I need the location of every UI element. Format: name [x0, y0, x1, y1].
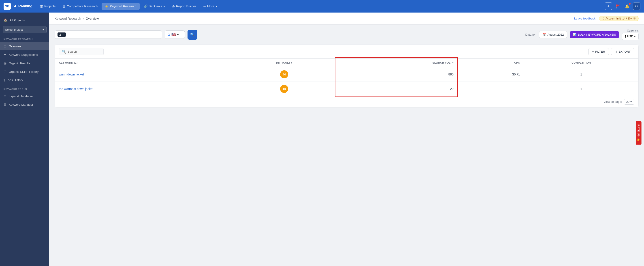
- currency-label: Currency:: [627, 29, 639, 32]
- difficulty-cell: 43: [233, 82, 335, 96]
- more-dropdown-icon: ▾: [216, 5, 217, 8]
- keyword-research-section-label: KEYWORD RESEARCH: [0, 34, 49, 42]
- report-builder-icon: ◷: [172, 5, 175, 8]
- overview-icon: ⊞: [4, 44, 6, 48]
- search-vol-cell: 20: [335, 82, 458, 96]
- search-engine-select[interactable]: G 🇺🇸 ▾: [165, 31, 185, 39]
- difficulty-cell: 44: [233, 67, 335, 82]
- table-search-input[interactable]: [68, 50, 101, 53]
- leave-feedback-link[interactable]: Leave feedback: [574, 17, 596, 20]
- keyword-tools-section-label: KEYWORD TOOLS: [0, 84, 49, 92]
- nav-item-backlinks[interactable]: 🔗 Backlinks ▾: [140, 3, 168, 10]
- table-row: warm down jacket44880$0.711: [55, 67, 638, 82]
- keyword-manager-icon: ⊞: [4, 103, 6, 107]
- clock-icon: ⏱: [602, 17, 604, 20]
- breadcrumb-current: Overview: [86, 17, 99, 20]
- add-button[interactable]: +: [604, 3, 612, 10]
- table-toolbar-actions: ≡ FILTER ⬆ EXPORT: [588, 48, 634, 55]
- sidebar-item-organic-results[interactable]: ◎ Organic Results: [0, 59, 49, 67]
- filter-icon: ≡: [592, 50, 594, 53]
- flag-button[interactable]: 🚩: [614, 3, 622, 10]
- col-header-difficulty: DIFFICULTY: [233, 59, 335, 67]
- more-icon: ···: [203, 5, 206, 8]
- engine-dropdown-icon: ▾: [177, 33, 179, 36]
- search-vol-cell: 880: [335, 67, 458, 82]
- sidebar-item-keyword-manager[interactable]: ⊞ Keyword Manager: [0, 100, 49, 109]
- home-icon: 🏠: [4, 18, 8, 22]
- sidebar-item-overview[interactable]: ⊞ Overview: [0, 42, 49, 50]
- user-avatar[interactable]: YK: [633, 3, 640, 10]
- data-date-button[interactable]: 📅 August 2022: [539, 31, 567, 38]
- calendar-icon: 📅: [542, 33, 546, 36]
- table-search-container[interactable]: 🔍: [59, 48, 104, 55]
- keyword-count-tag[interactable]: 2 ✕: [58, 33, 66, 37]
- keyword-cell: warm down jacket: [55, 67, 233, 82]
- country-flag: 🇺🇸: [172, 33, 176, 37]
- sort-icon: ▾: [452, 62, 454, 64]
- projects-icon: ◫: [40, 5, 43, 8]
- keyword-link[interactable]: warm down jacket: [59, 73, 84, 76]
- account-limit: ⏱ Account limit: 14 / 10K ⓘ: [599, 16, 639, 21]
- breadcrumb-separator: ›: [83, 17, 84, 20]
- sidebar-item-keyword-suggestions[interactable]: ✦ Keyword Suggestions: [0, 50, 49, 59]
- col-header-cpc: CPC: [458, 59, 524, 67]
- competition-cell: 1: [524, 82, 638, 96]
- keyword-research-icon: ⚡: [105, 5, 108, 8]
- view-on-page: View on page: 20 ▾: [604, 99, 634, 105]
- nav-item-more[interactable]: ··· More ▾: [200, 3, 220, 10]
- keyword-tag-close[interactable]: ✕: [62, 33, 64, 36]
- backlinks-dropdown-icon: ▾: [163, 5, 165, 8]
- search-button[interactable]: 🔍: [188, 30, 197, 40]
- competition-cell: 1: [524, 67, 638, 82]
- keyword-link[interactable]: the warmest down jacket: [59, 87, 93, 91]
- rate-us-tab[interactable]: RATE US 👍: [636, 121, 641, 145]
- nav-item-keyword-research[interactable]: ⚡ Keyword Research: [102, 3, 140, 10]
- organic-results-icon: ◎: [4, 61, 6, 65]
- top-navigation: SE SE Ranking ◫ Projects ◎ Competitive R…: [0, 0, 644, 13]
- table-footer: View on page: 20 ▾: [55, 96, 638, 107]
- notifications-button[interactable]: 🔔: [624, 3, 631, 10]
- backlinks-icon: 🔗: [144, 5, 148, 8]
- export-icon: ⬆: [615, 50, 617, 53]
- difficulty-badge: 44: [280, 70, 288, 78]
- bulk-keyword-analysis-button[interactable]: 📊 BULK KEYWORD ANALYSIS: [570, 31, 619, 38]
- breadcrumb-parent[interactable]: Keyword Research: [54, 17, 81, 20]
- expand-database-icon: ⊙: [4, 94, 6, 98]
- difficulty-badge: 43: [280, 85, 288, 93]
- chevron-down-icon: ▾: [42, 28, 44, 31]
- app-logo[interactable]: SE SE Ranking: [4, 3, 32, 10]
- table-search-icon: 🔍: [62, 50, 66, 54]
- search-bar-row: 2 ✕ G 🇺🇸 ▾ 🔍 Data for: 📅 August 2022: [49, 25, 644, 40]
- main-content: Keyword Research › Overview Leave feedba…: [49, 13, 644, 266]
- sidebar-item-ads-history[interactable]: $ Ads History: [0, 76, 49, 84]
- organic-serp-history-icon: ◷: [4, 70, 6, 74]
- notification-badge: [629, 3, 630, 5]
- sidebar-item-organic-serp-history[interactable]: ◷ Organic SERP History: [0, 67, 49, 76]
- export-button[interactable]: ⬆ EXPORT: [611, 48, 634, 55]
- currency-select[interactable]: $ USD ▾: [622, 33, 639, 40]
- all-projects-item[interactable]: 🏠 All Projects: [0, 16, 49, 24]
- nav-item-competitive-research[interactable]: ◎ Competitive Research: [60, 3, 101, 10]
- sidebar-item-expand-database[interactable]: ⊙ Expand Database: [0, 92, 49, 100]
- breadcrumb: Keyword Research › Overview: [54, 17, 99, 20]
- thumbs-up-icon: 👍: [637, 138, 640, 142]
- table-row: the warmest down jacket4320–1: [55, 82, 638, 96]
- ads-history-icon: $: [4, 78, 5, 82]
- cpc-cell: –: [458, 82, 524, 96]
- page-size-select[interactable]: 20 ▾: [624, 99, 634, 105]
- data-for-section: Data for: 📅 August 2022 📊 BULK KEYWORD A…: [526, 29, 639, 40]
- nav-item-projects[interactable]: ◫ Projects: [37, 3, 59, 10]
- project-select[interactable]: Select project ▾: [3, 26, 46, 33]
- competitive-research-icon: ◎: [63, 5, 65, 8]
- filter-button[interactable]: ≡ FILTER: [588, 48, 609, 55]
- keyword-search-input[interactable]: [68, 33, 159, 36]
- keyword-input-container[interactable]: 2 ✕: [54, 31, 162, 39]
- keyword-suggestions-icon: ✦: [4, 53, 6, 57]
- nav-item-report-builder[interactable]: ◷ Report Builder: [169, 3, 200, 10]
- currency-dropdown-icon: ▾: [634, 35, 636, 38]
- nav-right-actions: + 🚩 🔔 YK: [604, 3, 640, 10]
- col-header-search-vol[interactable]: SEARCH VOL. ▾: [335, 59, 458, 67]
- bulk-icon: 📊: [573, 33, 576, 36]
- keyword-cell: the warmest down jacket: [55, 82, 233, 96]
- page-size-dropdown-icon: ▾: [630, 100, 632, 103]
